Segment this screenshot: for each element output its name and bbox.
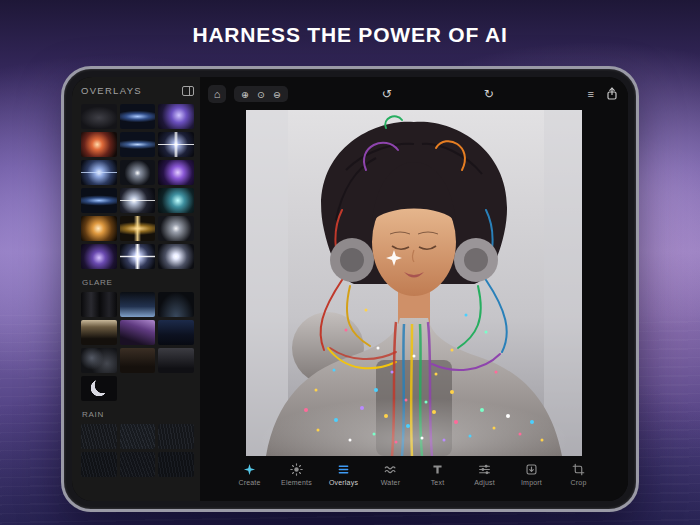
canvas-area <box>200 109 628 459</box>
section-label-glare: GLARE <box>82 278 193 287</box>
dim-light-glare[interactable] <box>158 292 194 317</box>
toolbar-item-label: Crop <box>571 479 587 486</box>
toolbar-item[interactable]: Create <box>227 463 272 486</box>
toolbar-item[interactable]: Import <box>509 463 554 486</box>
text-icon <box>431 463 444 476</box>
zoom-out-icon[interactable]: ⊖ <box>273 89 281 100</box>
light-leak-glare[interactable] <box>81 320 117 345</box>
crop-icon <box>572 463 585 476</box>
toolbar-item[interactable]: Elements <box>274 463 319 486</box>
gold-streak-star-overlay[interactable] <box>120 216 156 241</box>
undo-button[interactable]: ↺ <box>382 87 392 101</box>
sparkles-icon <box>243 463 256 476</box>
water-icon <box>384 463 397 476</box>
toolbar-item[interactable]: Water <box>368 463 413 486</box>
blue-haze-glare[interactable] <box>120 292 156 317</box>
bottom-toolbar: Create Elements Overlays Water <box>200 459 628 501</box>
bokeh-dots-glare[interactable] <box>81 348 117 373</box>
toolbar-item[interactable]: Crop <box>556 463 601 486</box>
sepia-shadow-glare[interactable] <box>120 348 156 373</box>
red-orange-flare-overlay[interactable] <box>81 132 117 157</box>
toolbar-item-label: Water <box>381 479 400 486</box>
gray-glow-overlay[interactable] <box>81 104 117 129</box>
blue-horizontal-flare-overlay[interactable] <box>120 104 156 129</box>
rain-texture-1[interactable] <box>81 424 117 449</box>
sun-icon <box>290 463 303 476</box>
app-screen: OVERLAYS GLARE RAIN ⌂ <box>72 77 628 501</box>
layers-button[interactable]: ≡ <box>588 88 594 100</box>
adjust-icon <box>478 463 491 476</box>
toolbar-item-label: Create <box>238 479 260 486</box>
violet-orb-overlay[interactable] <box>81 244 117 269</box>
overlays-icon <box>337 463 350 476</box>
purple-flare-overlay[interactable] <box>158 160 194 185</box>
amber-flare-overlay[interactable] <box>81 216 117 241</box>
editor-main-area: ⌂ ⊕⊙⊖ ↺ ↻ ≡ <box>200 77 628 501</box>
small-white-dot-overlay[interactable] <box>120 160 156 185</box>
share-button[interactable] <box>606 87 618 102</box>
toolbar-item[interactable]: Overlays <box>321 463 366 486</box>
white-star-left-overlay[interactable] <box>120 188 156 213</box>
canvas-image[interactable] <box>246 110 582 456</box>
section-label-rain: RAIN <box>82 410 193 419</box>
home-icon: ⌂ <box>214 88 221 100</box>
overlays-panel-title: OVERLAYS <box>81 85 142 96</box>
rain-texture-6[interactable] <box>158 452 194 477</box>
share-icon <box>606 87 618 100</box>
blue-streak-overlay[interactable] <box>120 132 156 157</box>
cyborg-artwork <box>246 110 582 456</box>
import-icon <box>525 463 538 476</box>
crescent-moon-glare[interactable] <box>81 376 117 401</box>
zoom-reset-icon[interactable]: ⊙ <box>257 89 265 100</box>
gray-gradient-glare[interactable] <box>158 348 194 373</box>
toolbar-item[interactable]: Text <box>415 463 460 486</box>
rain-texture-5[interactable] <box>120 452 156 477</box>
white-starburst-overlay[interactable] <box>158 132 194 157</box>
toolbar-item-label: Elements <box>281 479 312 486</box>
panel-toggle-icon[interactable] <box>182 86 194 96</box>
toolbar-item[interactable]: Adjust <box>462 463 507 486</box>
home-button[interactable]: ⌂ <box>208 85 226 103</box>
violet-glow-overlay[interactable] <box>158 104 194 129</box>
layers-icon: ≡ <box>588 88 594 100</box>
redo-button[interactable]: ↻ <box>484 87 494 101</box>
toolbar-item-label: Overlays <box>329 479 358 486</box>
tablet-device-frame: OVERLAYS GLARE RAIN ⌂ <box>61 66 639 512</box>
navy-gradient-glare[interactable] <box>158 320 194 345</box>
rain-texture-2[interactable] <box>120 424 156 449</box>
magenta-leak-glare[interactable] <box>120 320 156 345</box>
toolbar-item-label: Import <box>521 479 542 486</box>
blue-star-flare-overlay[interactable] <box>81 160 117 185</box>
white-flare-overlay[interactable] <box>158 244 194 269</box>
glare-thumb-grid <box>81 292 194 401</box>
rain-texture-4[interactable] <box>81 452 117 477</box>
bright-star-flare-overlay[interactable] <box>120 244 156 269</box>
dark-streaks-glare[interactable] <box>81 292 117 317</box>
rain-thumb-grid <box>81 424 194 477</box>
zoom-in-icon[interactable]: ⊕ <box>241 89 249 100</box>
redo-icon: ↻ <box>484 87 494 101</box>
toolbar-item-label: Text <box>431 479 445 486</box>
zoom-controls: ⊕⊙⊖ <box>234 86 288 102</box>
soft-white-glow-overlay[interactable] <box>158 216 194 241</box>
overlay-thumb-grid <box>81 104 194 269</box>
undo-icon: ↺ <box>382 87 392 101</box>
toolbar-item-label: Adjust <box>474 479 495 486</box>
editor-topbar: ⌂ ⊕⊙⊖ ↺ ↻ ≡ <box>200 77 628 109</box>
marketing-headline: HARNESS THE POWER OF AI <box>0 23 700 47</box>
overlays-panel: OVERLAYS GLARE RAIN <box>72 77 200 501</box>
rain-texture-3[interactable] <box>158 424 194 449</box>
teal-glow-overlay[interactable] <box>158 188 194 213</box>
blue-beam-overlay[interactable] <box>81 188 117 213</box>
